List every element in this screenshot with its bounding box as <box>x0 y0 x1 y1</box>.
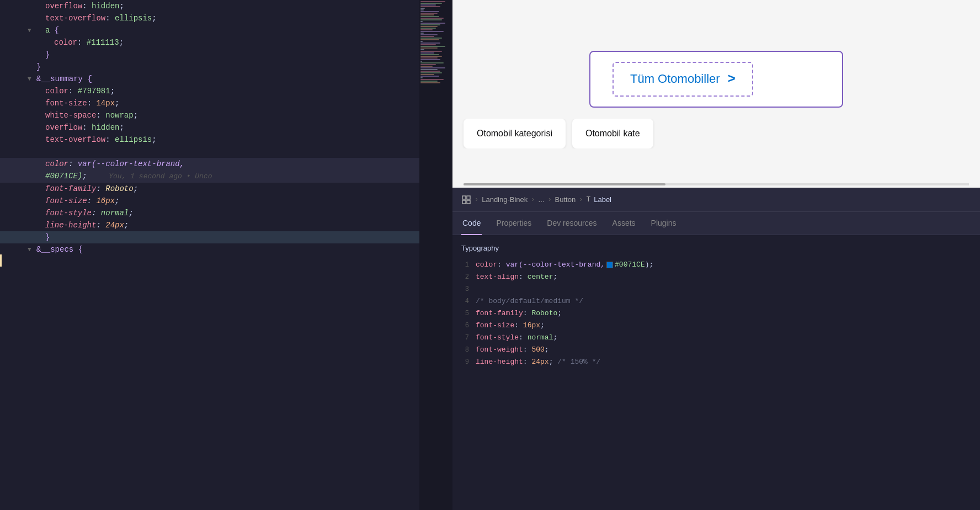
line-content: overflow: hidden; <box>36 121 419 134</box>
minimap-line <box>420 24 440 25</box>
code-line: ▼ &__summary { <box>0 73 419 85</box>
code-line: font-size: 14px; <box>0 97 419 109</box>
code-line: } <box>0 49 419 61</box>
fold-arrow: ▼ <box>28 73 36 85</box>
line-content <box>36 146 419 158</box>
line-content: #0071CE); You, 1 second ago • Unco <box>36 170 419 183</box>
breadcrumb-item-active[interactable]: Label <box>594 195 611 204</box>
snippet-line-content: font-weight: 500; <box>476 344 971 356</box>
snippet-line-num: 6 <box>461 320 469 332</box>
line-content: font-size: 16px; <box>36 195 419 207</box>
preview-button-container: Tüm Otomobiller > <box>452 40 980 119</box>
minimap-line <box>420 9 424 10</box>
code-line: font-style: normal; <box>0 207 419 219</box>
code-line: text-overflow: ellipsis; <box>0 134 419 146</box>
breadcrumb-bar: › Landing-Binek › ... › Button › T Label <box>452 188 980 212</box>
code-line: overflow: hidden; <box>0 121 419 134</box>
breadcrumb-item[interactable]: Button <box>555 195 576 204</box>
minimap-viewport <box>419 0 452 510</box>
minimap-line <box>420 49 424 50</box>
minimap-line <box>420 38 442 39</box>
snippet-line: 5 font-family: Roboto; <box>461 307 971 320</box>
tab-assets[interactable]: Assets <box>611 212 637 235</box>
code-line: color: #111113; <box>0 36 419 49</box>
fold-arrow: ▼ <box>28 243 36 256</box>
line-content: line-height: 24px; <box>36 219 419 231</box>
line-content: overflow: hidden; <box>36 0 419 12</box>
code-line: } <box>0 61 419 73</box>
minimap-line <box>420 28 436 29</box>
line-content: font-family: Roboto; <box>36 183 419 195</box>
minimap-line <box>420 36 434 37</box>
code-panel-right: Typography 1 color: var(--color-text-bra… <box>452 235 980 510</box>
tab-dev-resources[interactable]: Dev resources <box>546 212 598 235</box>
minimap-line <box>420 61 422 62</box>
minimap-line <box>420 21 423 22</box>
code-line: color: #797981; <box>0 85 419 97</box>
tab-code[interactable]: Code <box>461 212 482 235</box>
snippet-line-content: /* body/default/medium */ <box>476 295 971 307</box>
code-line: text-overflow: ellipsis; <box>0 12 419 24</box>
frame-icon <box>461 195 471 205</box>
tab-properties[interactable]: Properties <box>495 212 532 235</box>
snippet-line: 3 <box>461 283 971 295</box>
snippet-line-num: 1 <box>461 259 469 271</box>
tab-plugins[interactable]: Plugins <box>650 212 678 235</box>
code-editor-panel: overflow: hidden; text-overflow: ellipsi… <box>0 0 419 510</box>
code-line: white-space: nowrap; <box>0 109 419 121</box>
snippet-line-num: 9 <box>461 356 469 368</box>
minimap-line <box>420 31 444 32</box>
fold-arrow: ▼ <box>28 24 36 36</box>
minimap-line <box>420 19 442 20</box>
snippet-line-num: 2 <box>461 271 469 283</box>
preview-scrollbar-thumb <box>464 183 665 185</box>
line-content: } <box>36 231 419 243</box>
minimap-line <box>420 41 423 42</box>
typography-section-title: Typography <box>461 244 971 252</box>
preview-button-text: Tüm Otomobiller <box>630 72 720 86</box>
minimap-line <box>420 4 436 6</box>
minimap-line <box>420 76 439 77</box>
line-content: } <box>36 49 419 61</box>
snippet-line-content <box>476 283 971 295</box>
preview-card: Otomobil kate <box>572 119 653 148</box>
breadcrumb-separator: › <box>475 196 478 204</box>
breadcrumb-item[interactable]: ... <box>539 195 545 204</box>
snippet-line: 4 /* body/default/medium */ <box>461 295 971 307</box>
line-content: text-overflow: ellipsis; <box>36 134 419 146</box>
tabs-bar: Code Properties Dev resources Assets Plu… <box>452 212 980 235</box>
yellow-indicator-bar <box>0 254 2 267</box>
preview-chevron-icon: > <box>728 72 736 87</box>
minimap-line <box>420 23 445 24</box>
code-line: overflow: hidden; <box>0 0 419 12</box>
snippet-line-content: font-style: normal; <box>476 332 971 344</box>
minimap-line <box>420 72 442 73</box>
breadcrumb-separator: › <box>531 196 535 204</box>
snippet-line: 9 line-height: 24px; /* 150% */ <box>461 356 971 368</box>
svg-rect-2 <box>462 200 466 204</box>
minimap-line <box>420 1 445 2</box>
minimap-line <box>420 3 442 4</box>
snippet-line: 8 font-weight: 500; <box>461 344 971 356</box>
minimap-line <box>420 26 438 27</box>
snippet-line-content: text-align: center; <box>476 271 971 283</box>
minimap-line <box>420 6 440 7</box>
breadcrumb-item[interactable]: Landing-Binek <box>482 195 528 204</box>
line-content: font-size: 14px; <box>36 97 419 109</box>
svg-rect-1 <box>467 196 470 199</box>
preview-scrollbar[interactable] <box>464 183 969 185</box>
snippet-line-num: 4 <box>461 295 469 307</box>
svg-rect-3 <box>467 200 470 204</box>
snippet-line-num: 5 <box>461 307 469 320</box>
code-line: font-size: 16px; <box>0 195 419 207</box>
text-label-icon: T <box>586 195 590 204</box>
right-panel: Tüm Otomobiller > Otomobil kategorisi Ot… <box>452 0 980 510</box>
minimap-line <box>420 57 438 59</box>
minimap-line <box>420 47 438 49</box>
code-line-highlighted: color: var(--color-text-brand, <box>0 158 419 170</box>
preview-button-inner[interactable]: Tüm Otomobiller > <box>612 62 753 97</box>
minimap-line <box>420 46 445 47</box>
snippet-line: 7 font-style: normal; <box>461 332 971 344</box>
line-content: text-overflow: ellipsis; <box>36 12 419 24</box>
svg-rect-0 <box>462 196 466 199</box>
